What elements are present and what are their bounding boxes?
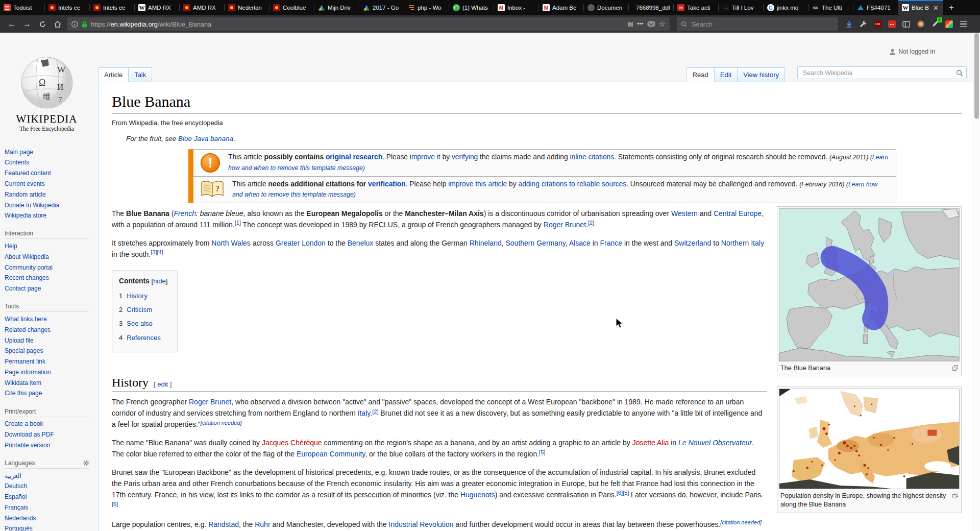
population-density-map-image[interactable] <box>779 389 960 489</box>
inline-link[interactable]: verifying <box>452 153 478 161</box>
browser-tab[interactable]: AMD RX ✕ <box>135 0 180 15</box>
sidebar-language-link[interactable]: Deutsch <box>5 481 93 492</box>
browser-tab[interactable]: jinkx mo ✕ <box>764 0 808 15</box>
sidebar-link[interactable]: Donate to Wikipedia <box>5 200 93 211</box>
lastpass-icon[interactable]: ••• <box>888 20 896 29</box>
browser-tab[interactable]: Till I Lov ✕ <box>719 0 764 15</box>
sidebar-language-link[interactable]: Español <box>5 492 93 503</box>
toc-hide-link[interactable]: hide <box>153 277 166 285</box>
sidebar-language-link[interactable]: العربية <box>5 471 93 481</box>
inline-link[interactable]: verification <box>368 180 406 188</box>
inline-link[interactable]: Huguenots <box>460 491 495 499</box>
inline-link[interactable]: original research <box>326 153 382 161</box>
inline-link[interactable]: Randstad <box>208 520 239 528</box>
ublock-icon[interactable]: UO <box>873 20 882 29</box>
screenshot-icon[interactable] <box>945 20 953 29</box>
inline-link[interactable]: [2] <box>588 220 594 226</box>
thumbnail-blue-banana-map[interactable]: The Blue Banana <box>777 206 962 376</box>
inline-link[interactable]: Industrial Revolution <box>389 520 454 528</box>
inline-link[interactable]: [5] <box>539 449 545 455</box>
browser-tab[interactable]: AMD RX ✕ <box>180 0 225 15</box>
view-tab[interactable]: View history <box>737 67 785 82</box>
sidebar-language-link[interactable]: Français <box>5 502 93 513</box>
inline-link[interactable]: Josette Alia <box>632 439 669 447</box>
namespace-tab[interactable]: Talk <box>128 67 152 82</box>
inline-link[interactable]: [citation needed] <box>720 519 762 525</box>
browser-tab[interactable]: Intels ee ✕ <box>45 0 90 15</box>
tab-close-icon[interactable]: ✕ <box>932 4 940 12</box>
inline-link[interactable]: France <box>600 239 622 247</box>
sidebar-link[interactable]: Download as PDF <box>5 429 93 440</box>
sidebar-language-link[interactable]: Nederlands <box>5 513 93 524</box>
inline-link[interactable]: North Wales <box>211 239 251 247</box>
home-button[interactable] <box>50 17 65 31</box>
browser-tab[interactable]: Documen ✕ <box>584 0 629 15</box>
inline-link[interactable]: Roger Brunet <box>544 221 586 229</box>
browser-search-input[interactable] <box>691 20 834 29</box>
sidebar-link[interactable]: About Wikipedia <box>5 252 93 262</box>
wikipedia-logo[interactable]: W Ω И 维 7 WIKIPEDIA The Free Encyclopedi… <box>5 33 89 135</box>
view-tab[interactable]: Read <box>687 67 715 82</box>
inline-link[interactable]: Central Europe <box>714 209 762 218</box>
back-button[interactable]: ← <box>4 17 19 31</box>
sidebar-link[interactable]: Wikipedia store <box>5 211 93 222</box>
inline-link[interactable]: improve it <box>410 153 440 161</box>
browser-tab[interactable]: 2017 - Go ✕ <box>359 0 404 15</box>
inline-link[interactable]: Switzerland <box>674 239 711 247</box>
inline-link[interactable]: Benelux <box>348 239 374 247</box>
inline-link[interactable]: Jacques Chérèque <box>262 439 322 447</box>
sidebar-language-link[interactable]: Português <box>5 524 93 531</box>
language-settings-gear-icon[interactable] <box>83 460 89 466</box>
inline-link[interactable]: [citation needed] <box>201 420 242 426</box>
sidebar-link[interactable]: Upload file <box>5 335 93 346</box>
page-scrollbar[interactable] <box>973 33 980 531</box>
greasemonkey-icon[interactable] <box>916 20 925 29</box>
download-icon[interactable] <box>845 20 853 29</box>
browser-tab[interactable]: Inbox - ✕ <box>494 0 539 15</box>
inline-link[interactable]: improve this article <box>448 180 507 188</box>
thumbnail-population-density-map[interactable]: Population density in Europe, showing th… <box>777 387 962 513</box>
sidebar-link[interactable]: Current events <box>5 179 93 189</box>
wikipedia-search-box[interactable] <box>797 66 967 79</box>
inline-link[interactable]: Le Nouvel Observateur <box>678 439 752 447</box>
inline-link[interactable]: Western <box>671 209 698 218</box>
toc-item[interactable]: 4References <box>119 333 167 343</box>
search-icon[interactable] <box>956 69 963 77</box>
inline-link[interactable]: [1] <box>235 220 241 226</box>
pocket-icon[interactable] <box>647 21 655 27</box>
inline-link[interactable]: Italy <box>358 409 371 417</box>
inline-link[interactable]: Ruhr <box>255 520 270 528</box>
inline-link[interactable]: Rhineland <box>470 239 502 247</box>
browser-tab[interactable]: Coolblue ✕ <box>270 0 314 15</box>
inline-link[interactable]: Southern Germany <box>506 239 566 247</box>
developer-wrench-icon[interactable] <box>859 20 868 29</box>
page-info-icon[interactable] <box>71 21 78 28</box>
view-tab[interactable]: Edit <box>714 67 738 82</box>
sidebar-link[interactable]: Random article <box>5 189 93 200</box>
sidebar-link[interactable]: Contents <box>5 158 93 168</box>
namespace-tab[interactable]: Article <box>98 67 129 82</box>
sidebar-link[interactable]: Main page <box>5 147 93 158</box>
toc-item[interactable]: 3See also <box>119 319 167 329</box>
sidebar-link[interactable]: Special pages <box>5 346 93 357</box>
edit-section-link[interactable]: edit <box>157 380 168 388</box>
sidebar-link[interactable]: Cite this page <box>5 389 93 399</box>
browser-tab[interactable]: (1) Whats ✕ <box>449 0 494 15</box>
toc-item[interactable]: 1History <box>119 291 167 301</box>
wikipedia-search-input[interactable] <box>802 69 956 77</box>
sidebar-link[interactable]: Wikidata item <box>5 378 93 389</box>
inline-link[interactable]: adding citations to reliable sources <box>519 180 627 188</box>
inline-link[interactable]: Blue Java banana <box>178 135 233 142</box>
browser-tab[interactable]: Take acti ✕ <box>674 0 719 15</box>
sidebar-link[interactable]: Printable version <box>5 440 93 451</box>
browser-tab[interactable]: Intels ee ✕ <box>90 0 135 15</box>
reload-button[interactable] <box>35 17 50 31</box>
enlarge-icon[interactable] <box>952 492 958 501</box>
browser-tab[interactable]: Nederlan ✕ <box>225 0 270 15</box>
inline-link[interactable]: [6][5] <box>617 490 629 496</box>
enlarge-icon[interactable] <box>952 365 958 373</box>
sidebar-link[interactable]: Create a book <box>5 419 93 430</box>
new-tab-button[interactable]: + <box>943 0 960 15</box>
sidebar-link[interactable]: Featured content <box>5 168 93 179</box>
inline-link[interactable]: European Community <box>297 450 365 458</box>
